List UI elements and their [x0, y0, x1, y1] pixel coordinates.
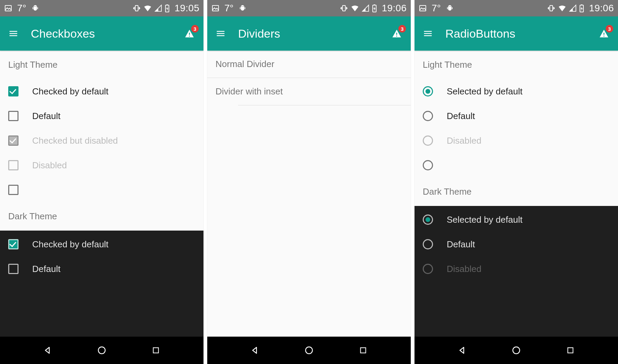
checkbox-icon[interactable] — [8, 185, 18, 195]
phone-radiobuttons: 7° 19:06 RadioButtons 3 Light Theme — [415, 0, 618, 364]
android-debug-icon — [31, 4, 39, 12]
picture-icon — [419, 4, 427, 12]
battery-icon — [372, 4, 377, 12]
three-phone-stage: 7° 19:05 — [0, 0, 618, 364]
checkbox-label: Checked by default — [32, 239, 109, 250]
svg-point-33 — [449, 6, 449, 7]
radio-label: Selected by default — [447, 214, 522, 225]
content: Normal Divider Divider with inset — [207, 51, 411, 337]
checkbox-icon[interactable] — [8, 264, 18, 274]
svg-rect-24 — [217, 33, 225, 34]
nav-recent-button[interactable] — [357, 344, 369, 356]
menu-icon[interactable] — [215, 28, 226, 39]
checkbox-label: Default — [32, 111, 60, 121]
nav-back-button[interactable] — [456, 344, 469, 356]
svg-rect-42 — [604, 36, 605, 37]
radio-icon[interactable] — [423, 214, 433, 225]
dark-theme-block: Selected by default Default Disabled — [415, 206, 618, 337]
checkbox-row-default[interactable]: Default — [0, 104, 203, 128]
nav-home-button[interactable] — [303, 344, 315, 356]
svg-rect-27 — [396, 36, 397, 37]
radio-row-nolabel[interactable] — [415, 153, 618, 178]
nav-recent-button[interactable] — [150, 344, 162, 356]
dark-theme-header: Dark Theme — [415, 178, 618, 206]
statusbar-temp: 7° — [224, 3, 234, 14]
svg-point-34 — [450, 6, 451, 7]
statusbar-left: 7° — [419, 3, 454, 14]
checkbox-row-dark-default[interactable]: Default — [0, 257, 203, 281]
radio-row-dark-selected-default[interactable]: Selected by default — [415, 207, 618, 232]
warning-action[interactable]: 3 — [391, 28, 403, 39]
checkbox-label: Checked but disabled — [32, 135, 118, 146]
menu-icon[interactable] — [8, 28, 18, 39]
radio-row-disabled: Disabled — [415, 128, 618, 153]
checkbox-label: Default — [32, 264, 60, 274]
svg-rect-7 — [166, 4, 168, 5]
menu-icon[interactable] — [423, 28, 433, 39]
statusbar-temp: 7° — [17, 3, 26, 14]
radio-icon[interactable] — [423, 111, 433, 121]
svg-point-18 — [242, 6, 242, 7]
statusbar-right: 19:06 — [547, 3, 614, 14]
nav-recent-button[interactable] — [564, 344, 577, 356]
nav-back-button[interactable] — [42, 344, 54, 356]
checkbox-row-dark-checked-default[interactable]: Checked by default — [0, 232, 203, 257]
radio-row-default[interactable]: Default — [415, 104, 618, 128]
content: Light Theme Selected by default Default … — [415, 51, 618, 337]
svg-rect-23 — [217, 31, 225, 32]
warning-action[interactable]: 3 — [598, 28, 610, 39]
svg-rect-26 — [396, 33, 397, 35]
checkbox-label: Disabled — [32, 160, 67, 171]
svg-rect-5 — [135, 5, 138, 11]
svg-rect-41 — [604, 33, 605, 35]
android-debug-icon — [446, 4, 454, 12]
signal-icon — [154, 4, 162, 12]
phone-dividers: 7° 19:06 Dividers 3 Normal Divider Divid… — [207, 0, 411, 364]
statusbar-left: 7° — [4, 3, 39, 14]
warning-badge: 3 — [398, 25, 406, 32]
svg-point-43 — [513, 347, 520, 354]
svg-rect-8 — [10, 31, 17, 32]
checkbox-row-checked-default[interactable]: Checked by default — [0, 79, 203, 104]
svg-rect-17 — [245, 7, 245, 9]
statusbar-right: 19:06 — [340, 3, 407, 14]
statusbar: 7° 19:05 — [0, 0, 203, 16]
radio-icon[interactable] — [423, 239, 433, 249]
checkbox-row-disabled: Disabled — [0, 153, 203, 178]
signal-icon — [569, 4, 577, 12]
wifi-icon — [558, 4, 566, 12]
svg-rect-39 — [424, 33, 432, 34]
light-theme-header: Light Theme — [0, 51, 203, 79]
radio-icon[interactable] — [423, 160, 433, 170]
svg-rect-31 — [447, 7, 448, 9]
picture-icon — [4, 4, 12, 12]
radio-label: Selected by default — [447, 86, 522, 97]
content: Light Theme Checked by default Default C… — [0, 51, 203, 337]
signal-icon — [362, 4, 369, 12]
nav-home-button[interactable] — [510, 344, 522, 356]
statusbar: 7° 19:06 — [415, 0, 618, 16]
radio-row-dark-default[interactable]: Default — [415, 232, 618, 257]
statusbar-time: 19:06 — [589, 3, 614, 14]
dark-theme-title: Dark Theme — [8, 211, 195, 222]
radio-row-selected-default[interactable]: Selected by default — [415, 79, 618, 104]
checkbox-icon[interactable] — [8, 239, 18, 249]
svg-rect-1 — [33, 7, 33, 9]
radio-icon[interactable] — [423, 86, 433, 96]
normal-divider-label: Normal Divider — [207, 51, 411, 78]
statusbar-right: 19:05 — [133, 3, 199, 14]
svg-rect-22 — [374, 4, 375, 5]
appbar: RadioButtons 3 — [415, 16, 618, 51]
checkbox-icon[interactable] — [8, 111, 18, 121]
svg-rect-38 — [424, 31, 432, 32]
warning-action[interactable]: 3 — [184, 28, 195, 39]
checkbox-row-nolabel[interactable] — [0, 178, 203, 202]
checkbox-icon — [8, 160, 18, 170]
vibrate-icon — [133, 4, 141, 12]
checkbox-icon[interactable] — [8, 86, 18, 96]
nav-home-button[interactable] — [96, 344, 108, 356]
appbar-title: Checkboxes — [31, 27, 171, 40]
appbar-title: Dividers — [238, 27, 379, 40]
svg-rect-29 — [360, 348, 366, 353]
nav-back-button[interactable] — [249, 344, 261, 356]
